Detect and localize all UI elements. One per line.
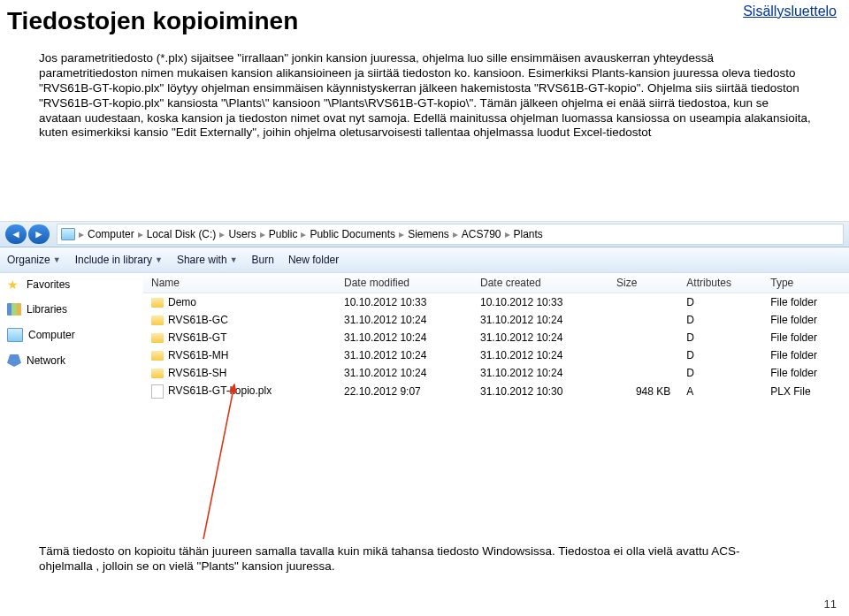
new-folder-button[interactable]: New folder	[288, 254, 339, 266]
file-list: Name Date modified Date created Size Att…	[143, 273, 849, 401]
crumb-item[interactable]: Public Documents	[310, 228, 395, 240]
crumb-item[interactable]: Plants	[514, 228, 543, 240]
crumb-item[interactable]: Users	[228, 228, 256, 240]
folder-icon	[151, 333, 164, 343]
share-with-menu[interactable]: Share with ▼	[177, 254, 238, 266]
table-row[interactable]: RVS61B-GC31.10.2012 10:2431.10.2012 10:2…	[143, 311, 849, 329]
crumb-item[interactable]: Public	[269, 228, 298, 240]
crumb-item[interactable]: Siemens	[408, 228, 449, 240]
network-icon	[7, 354, 21, 367]
nav-network[interactable]: Network	[7, 354, 140, 367]
toolbar: Organize ▼ Include in library ▼ Share wi…	[0, 247, 849, 273]
crumb-item[interactable]: ACS790	[462, 228, 501, 240]
table-row[interactable]: RVS61B-MH31.10.2012 10:2431.10.2012 10:2…	[143, 346, 849, 364]
breadcrumb[interactable]: ▸ Computer▸ Local Disk (C:)▸ Users▸ Publ…	[57, 224, 844, 245]
forward-button[interactable]: ►	[28, 224, 50, 244]
back-button[interactable]: ◄	[5, 224, 27, 244]
table-row[interactable]: RVS61B-GT31.10.2012 10:2431.10.2012 10:2…	[143, 329, 849, 346]
col-attributes[interactable]: Attributes	[678, 273, 762, 293]
annotation-arrow	[199, 380, 261, 539]
folder-icon	[151, 298, 164, 308]
nav-pane: ★Favorites Libraries Computer Network	[0, 273, 143, 401]
col-created[interactable]: Date created	[472, 273, 608, 293]
chevron-down-icon: ▼	[53, 255, 61, 264]
chevron-down-icon: ▼	[230, 255, 238, 264]
table-row[interactable]: RVS61B-SH31.10.2012 10:2431.10.2012 10:2…	[143, 364, 849, 382]
folder-icon	[151, 369, 164, 378]
crumb-item[interactable]: Local Disk (C:)	[147, 228, 217, 240]
folder-icon	[151, 316, 164, 325]
computer-icon	[61, 228, 75, 240]
col-type[interactable]: Type	[762, 273, 849, 293]
chevron-down-icon: ▼	[155, 255, 163, 264]
col-size[interactable]: Size	[608, 273, 678, 293]
nav-computer[interactable]: Computer	[7, 328, 140, 342]
table-row[interactable]: RVS61B-GT-kopio.plx22.10.2012 9:0731.10.…	[143, 382, 849, 401]
table-row[interactable]: Demo10.10.2012 10:3310.10.2012 10:33DFil…	[143, 293, 849, 312]
page-title: Tiedostojen kopioiminen	[7, 7, 298, 35]
organize-menu[interactable]: Organize ▼	[7, 254, 61, 266]
file-icon	[151, 384, 164, 399]
computer-icon	[7, 328, 23, 342]
body-text: Jos parametritiedosto (*.plx) sijaitsee …	[39, 51, 814, 141]
nav-favorites[interactable]: ★Favorites	[7, 278, 140, 291]
crumb-item[interactable]: Computer	[88, 228, 134, 240]
caption-text: Tämä tiedosto on kopioitu tähän juureen …	[39, 544, 752, 574]
col-name[interactable]: Name	[143, 273, 336, 293]
folder-icon	[151, 351, 164, 361]
page-number: 11	[824, 597, 837, 611]
nav-libraries[interactable]: Libraries	[7, 303, 140, 316]
address-bar: ◄ ► ▸ Computer▸ Local Disk (C:)▸ Users▸ …	[0, 222, 849, 247]
libraries-icon	[7, 303, 21, 316]
star-icon: ★	[7, 278, 21, 291]
explorer-window: ◄ ► ▸ Computer▸ Local Disk (C:)▸ Users▸ …	[0, 221, 849, 401]
toc-link[interactable]: Sisällysluettelo	[743, 4, 837, 19]
burn-button[interactable]: Burn	[252, 254, 274, 266]
svg-line-0	[203, 384, 234, 539]
col-modified[interactable]: Date modified	[336, 273, 472, 293]
include-in-library-menu[interactable]: Include in library ▼	[75, 254, 163, 266]
